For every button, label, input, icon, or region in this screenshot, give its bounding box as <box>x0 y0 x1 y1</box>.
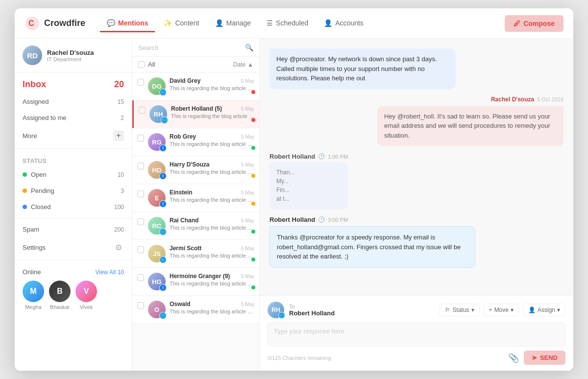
move-button[interactable]: + Move ▾ <box>484 304 519 316</box>
nav-item-content[interactable]: ✨ Content <box>157 15 206 32</box>
sidebar-item-open[interactable]: Open 10 <box>15 166 132 183</box>
list-item[interactable]: JS 🐦 Jermi Scott 5 May This is regarding… <box>132 240 259 268</box>
list-item[interactable]: DG 🐦 David Grey 5 May This is regarding … <box>132 72 259 100</box>
sort-chevron-icon: ▲ <box>247 61 253 68</box>
msg-time: 5 May <box>241 106 254 112</box>
twitter-badge: 🐦 <box>159 89 167 96</box>
online-user-vivek: V Vivek <box>75 281 97 310</box>
sidebar-item-closed[interactable]: Closed 100 <box>15 199 132 215</box>
bubble-time: 3:00 PM <box>328 217 348 223</box>
msg-time: 5 May <box>241 162 254 167</box>
highlight-bubble: Thanks @procreator for a speedy response… <box>270 226 475 268</box>
reply-bottom: 0/125 Charcters remaining 📎 ➤ SEND <box>268 351 565 365</box>
msg-time: 5 May <box>241 78 254 84</box>
settings-label: Settings <box>23 244 113 251</box>
message-avatar: O 🐦 <box>148 301 166 318</box>
char-count: 0/125 Charcters remaining <box>268 355 331 361</box>
assign-button[interactable]: 👤 Assign ▾ <box>523 304 565 316</box>
send-button[interactable]: ➤ SEND <box>524 351 565 365</box>
settings-row: Settings ⚙ <box>15 237 132 257</box>
sidebar-item-spam[interactable]: Spam 200 <box>15 221 132 237</box>
nav-item-accounts[interactable]: 👤 Accounts <box>317 15 370 32</box>
chat-messages: Hey @procreator. My network is down sinc… <box>260 39 573 295</box>
message-checkbox[interactable] <box>137 135 144 142</box>
list-item[interactable]: HG f Hermoine Granger (9) 5 May This is … <box>132 268 259 296</box>
list-item[interactable]: O 🐦 Oswald 5 May This is regarding the b… <box>132 296 259 324</box>
sidebar-item-assigned[interactable]: Assigned 15 <box>15 94 132 110</box>
sidebar-item-pending[interactable]: Pending 3 <box>15 183 132 199</box>
main-content: RD Rachel D'souza IT Department Inbox 20… <box>15 39 573 371</box>
user-dept: IT Department <box>47 56 94 62</box>
read-dot <box>251 258 255 261</box>
sidebar-divider-3 <box>15 260 132 261</box>
pending-dot <box>23 187 31 194</box>
chat-bubble-row: Robert Holland 🕐 1:00 PM Than...My...Fin… <box>270 153 348 209</box>
message-checkbox[interactable] <box>137 274 144 281</box>
status-section-label: Status <box>15 152 132 166</box>
list-item[interactable]: RH 🐦 Robert Holland (5) 5 May This is re… <box>132 100 259 128</box>
attach-icon[interactable]: 📎 <box>508 353 519 363</box>
inbox-count: 20 <box>114 79 124 90</box>
sidebar: RD Rachel D'souza IT Department Inbox 20… <box>15 39 132 371</box>
mentions-icon: 💬 <box>107 19 115 27</box>
msg-sender: Hermoine Granger (9) <box>170 273 230 280</box>
message-avatar: HD f <box>148 161 166 179</box>
compose-button[interactable]: 🖊 Compose <box>505 15 564 32</box>
message-checkbox[interactable] <box>139 107 146 114</box>
message-checkbox[interactable] <box>137 246 144 253</box>
search-input[interactable] <box>138 44 241 51</box>
assign-icon: 👤 <box>528 307 536 313</box>
message-checkbox[interactable] <box>137 163 144 169</box>
msg-time: 5 May <box>241 246 254 251</box>
logo-icon: C <box>24 16 40 31</box>
status-button[interactable]: 🏳 Status ▾ <box>440 304 480 316</box>
msg-preview: This is regarding the blog article publi… <box>170 85 254 91</box>
list-item[interactable]: RG f Rob Grey 5 May This is regarding th… <box>132 128 259 156</box>
sidebar-item-assigned-to-me[interactable]: Assigned to me 2 <box>15 110 132 126</box>
msg-time: 5 May <box>241 190 254 195</box>
msg-time: 5 May <box>241 218 254 223</box>
message-checkbox[interactable] <box>137 302 144 309</box>
flag-icon: 🏳 <box>445 307 451 313</box>
bubble-sender: Robert Holland <box>270 216 315 223</box>
view-all-link[interactable]: View All 10 <box>96 269 124 276</box>
nav-item-scheduled[interactable]: ☰ Scheduled <box>260 15 315 32</box>
chat-area: Hey @procreator. My network is down sinc… <box>260 39 573 371</box>
msg-sender: Harry D'Souza <box>170 161 210 168</box>
msg-sender: Einstein <box>170 189 193 196</box>
chevron-down-icon-3: ▾ <box>557 307 560 313</box>
messages-scroll[interactable]: DG 🐦 David Grey 5 May This is regarding … <box>132 72 259 371</box>
nav-item-mentions[interactable]: 💬 Mentions <box>100 15 155 32</box>
incoming-bubble: Hey @procreator. My network is down sinc… <box>270 48 456 89</box>
nav-item-manage[interactable]: 👤 Manage <box>208 15 258 32</box>
message-checkbox[interactable] <box>137 218 144 225</box>
reply-input[interactable]: Type your response here <box>268 322 565 347</box>
message-avatar: RC 🐦 <box>148 217 166 235</box>
list-item[interactable]: HD f Harry D'Souza 5 May This is regardi… <box>132 156 259 184</box>
list-item[interactable]: RC 🐦 Rai Chand 5 May This is regarding t… <box>132 212 259 240</box>
msg-preview: This is regarding the blog article publi… <box>170 169 254 175</box>
user-avatar: RD <box>23 46 42 65</box>
select-all-checkbox[interactable] <box>138 61 145 68</box>
sidebar-item-more[interactable]: More + <box>15 126 132 145</box>
content-icon: ✨ <box>164 19 172 27</box>
msg-sender: Rob Grey <box>170 133 196 140</box>
message-checkbox[interactable] <box>137 79 144 86</box>
list-item[interactable]: E f Einstein 5 May This is regarding the… <box>132 184 259 212</box>
bubble-text: Hey @robert_holl. It's sad to learn so. … <box>384 113 550 139</box>
manage-icon: 👤 <box>215 19 223 27</box>
move-icon: + <box>489 307 492 313</box>
reply-bottom-actions: 📎 ➤ SEND <box>508 351 565 365</box>
message-checkbox[interactable] <box>137 190 144 197</box>
settings-icon[interactable]: ⚙ <box>113 242 124 253</box>
msg-time: 5 May <box>241 274 254 279</box>
megha-name: Megha <box>25 304 42 310</box>
vivek-avatar: V <box>75 281 97 302</box>
msg-preview: This is regarding the blog article publi… <box>171 113 254 119</box>
facebook-badge: f <box>159 172 167 180</box>
online-user-bhaskar: B Bhaskar <box>49 281 71 310</box>
plus-icon[interactable]: + <box>113 130 124 141</box>
inbox-label: Inbox <box>23 79 46 90</box>
sort-button[interactable]: Date ▲ <box>233 61 253 68</box>
bubble-meta: Robert Holland 🕐 3:00 PM <box>270 216 475 223</box>
